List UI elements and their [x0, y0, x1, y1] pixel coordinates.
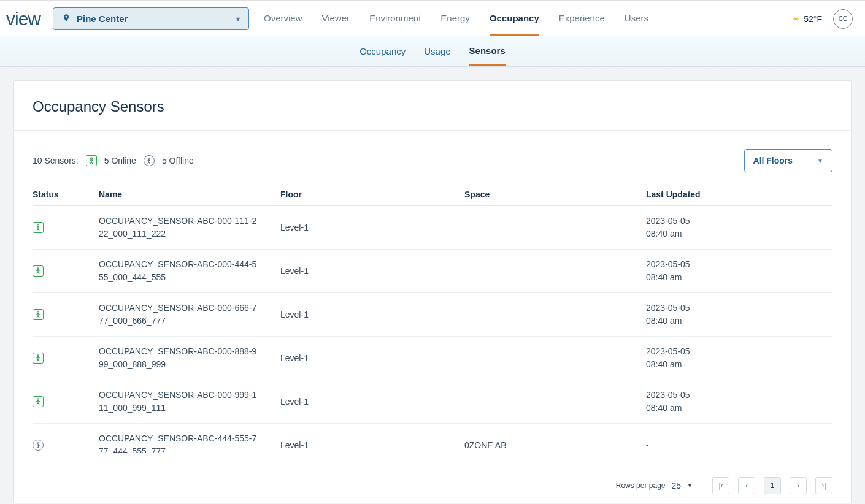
table-wrap: StatusNameFloorSpaceLast Updated OCCUPAN…: [14, 183, 851, 471]
floor-cell: Level-1: [280, 223, 464, 232]
name-cell: OCCUPANCY_SENSOR-ABC-444-555-777_444_555…: [99, 432, 258, 453]
person-online-icon: [33, 222, 44, 233]
floor-cell: Level-1: [280, 440, 464, 450]
weather: ☀ 52°F: [792, 14, 822, 24]
name-cell: OCCUPANCY_SENSOR-ABC-000-111-222_000_111…: [99, 215, 258, 240]
summary-total: 10 Sensors:: [33, 156, 79, 166]
nav-occupancy[interactable]: Occupancy: [490, 2, 539, 36]
subnav-sensors[interactable]: Sensors: [469, 37, 506, 66]
logo: view: [6, 9, 40, 29]
person-offline-icon: [33, 440, 44, 451]
map-pin-icon: [62, 13, 71, 25]
dropdown-arrow-icon: ▼: [817, 158, 823, 164]
svg-point-2: [37, 224, 39, 226]
sensor-summary: 10 Sensors: 5 Online 5 Offline: [33, 155, 194, 166]
person-online-icon: [86, 155, 97, 166]
page-next-button[interactable]: ›: [790, 477, 807, 494]
name-cell: OCCUPANCY_SENSOR-ABC-000-444-555_000_444…: [99, 258, 258, 284]
nav-viewer[interactable]: Viewer: [322, 2, 350, 36]
space-cell: 0ZONE AB: [464, 440, 646, 450]
svg-point-3: [37, 268, 39, 270]
name-cell: OCCUPANCY_SENSOR-ABC-000-888-999_000_888…: [99, 345, 258, 371]
table-scroll[interactable]: StatusNameFloorSpaceLast Updated OCCUPAN…: [14, 183, 851, 453]
floor-cell: Level-1: [280, 353, 464, 363]
status-cell: [33, 353, 99, 364]
svg-point-5: [37, 355, 39, 357]
page-title: Occupancy Sensors: [33, 98, 832, 115]
location-name: Pine Center: [77, 13, 230, 24]
table-header: StatusNameFloorSpaceLast Updated: [33, 183, 832, 206]
floor-filter-label: All Floors: [753, 156, 793, 166]
summary-offline: 5 Offline: [162, 156, 194, 166]
status-cell: [33, 440, 99, 451]
main-nav: OverviewViewerEnvironmentEnergyOccupancy…: [264, 2, 648, 36]
floor-cell: Level-1: [280, 266, 464, 276]
nav-experience[interactable]: Experience: [559, 2, 605, 36]
chevron-down-icon: ▾: [236, 15, 240, 23]
updated-cell: -: [646, 439, 832, 452]
nav-energy[interactable]: Energy: [440, 2, 470, 36]
page-prev-button[interactable]: ‹: [738, 477, 755, 494]
updated-cell: 2023-05-0508:40 am: [646, 345, 832, 371]
page-number-button[interactable]: 1: [764, 477, 781, 494]
table-body: OCCUPANCY_SENSOR-ABC-000-111-222_000_111…: [33, 206, 832, 453]
sub-nav: OccupancyUsageSensors: [0, 36, 865, 67]
status-cell: [33, 222, 99, 233]
table-row[interactable]: OCCUPANCY_SENSOR-ABC-000-888-999_000_888…: [33, 337, 832, 380]
table-row[interactable]: OCCUPANCY_SENSOR-ABC-000-666-777_000_666…: [33, 293, 832, 337]
updated-cell: 2023-05-0508:40 am: [646, 389, 832, 414]
subnav-usage[interactable]: Usage: [424, 37, 450, 65]
nav-environment[interactable]: Environment: [369, 2, 421, 36]
person-online-icon: [33, 309, 44, 320]
svg-point-4: [37, 311, 39, 313]
card-header: Occupancy Sensors: [14, 81, 851, 131]
avatar[interactable]: CC: [833, 9, 853, 29]
table-row[interactable]: OCCUPANCY_SENSOR-ABC-000-444-555_000_444…: [33, 250, 832, 293]
nav-users[interactable]: Users: [625, 2, 648, 36]
filters-row: 10 Sensors: 5 Online 5 Offline All Floor…: [14, 131, 851, 172]
updated-cell: 2023-05-0508:40 am: [646, 302, 832, 327]
rows-per-page-label: Rows per page: [616, 481, 666, 490]
person-offline-icon: [144, 155, 155, 166]
nav-overview[interactable]: Overview: [264, 2, 302, 36]
floor-filter-select[interactable]: All Floors ▼: [744, 149, 832, 172]
top-bar: view Pine Center ▾ OverviewViewerEnviron…: [0, 0, 865, 36]
name-cell: OCCUPANCY_SENSOR-ABC-000-999-111_000_999…: [99, 389, 258, 414]
table-row[interactable]: OCCUPANCY_SENSOR-ABC-444-555-777_444_555…: [33, 424, 832, 453]
updated-cell: 2023-05-0508:40 am: [646, 215, 832, 240]
name-cell: OCCUPANCY_SENSOR-ABC-000-666-777_000_666…: [99, 302, 258, 327]
person-online-icon: [33, 353, 44, 364]
status-cell: [33, 309, 99, 320]
rows-per-page-value: 25: [672, 481, 682, 491]
content-card: Occupancy Sensors 10 Sensors: 5 Online 5…: [13, 80, 852, 503]
updated-cell: 2023-05-0508:40 am: [646, 258, 832, 284]
summary-online: 5 Online: [104, 156, 136, 166]
sun-icon: ☀: [792, 14, 800, 24]
rows-per-page[interactable]: Rows per page 25 ▼: [616, 481, 693, 491]
pagination: Rows per page 25 ▼ |‹ ‹ 1 › ›|: [14, 471, 851, 503]
floor-cell: Level-1: [280, 397, 464, 407]
temperature: 52°F: [804, 14, 822, 24]
svg-point-1: [148, 158, 150, 159]
col-floor[interactable]: Floor: [280, 189, 464, 199]
table-row[interactable]: OCCUPANCY_SENSOR-ABC-000-111-222_000_111…: [33, 206, 832, 250]
subnav-occupancy[interactable]: Occupancy: [359, 37, 406, 65]
person-online-icon: [33, 265, 44, 277]
page-last-button[interactable]: ›|: [815, 477, 832, 494]
col-last-updated[interactable]: Last Updated: [646, 189, 832, 199]
floor-cell: Level-1: [280, 310, 464, 319]
dropdown-arrow-icon: ▼: [687, 483, 693, 489]
page-first-button[interactable]: |‹: [712, 477, 729, 494]
person-online-icon: [33, 396, 44, 407]
status-cell: [33, 396, 99, 407]
table-row[interactable]: OCCUPANCY_SENSOR-ABC-000-999-111_000_999…: [33, 380, 832, 424]
location-select[interactable]: Pine Center ▾: [53, 7, 249, 30]
col-name[interactable]: Name: [99, 189, 280, 199]
col-space[interactable]: Space: [464, 189, 646, 199]
status-cell: [33, 265, 99, 277]
svg-point-7: [37, 442, 39, 444]
svg-point-0: [90, 158, 92, 159]
svg-point-6: [37, 399, 39, 400]
col-status[interactable]: Status: [33, 189, 99, 199]
